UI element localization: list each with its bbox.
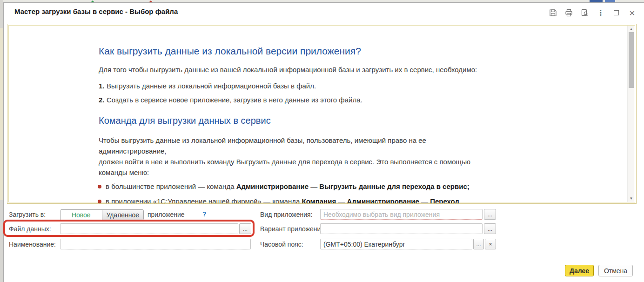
maximize-box: [614, 10, 619, 15]
wizard-dialog: Мастер загрузки базы в сервис - Выбор фа…: [3, 2, 644, 282]
dialog-titlebar: Мастер загрузки базы в сервис - Выбор фа…: [4, 3, 644, 23]
toggle-remote-button[interactable]: Удаленное: [102, 210, 144, 220]
load-to-toggle: Новое Удаленное: [60, 209, 144, 220]
name-input[interactable]: [60, 239, 251, 249]
numbered-item: 2. Создать в сервисе новое приложение, з…: [99, 96, 362, 104]
print-icon[interactable]: [564, 8, 573, 17]
help-link[interactable]: ?: [202, 210, 207, 218]
screen: Мастер загрузки базы в сервис - Выбор фа…: [0, 0, 644, 282]
heading-how-to-export: Как выгрузить данные из локальной версии…: [99, 46, 361, 57]
item-text: Создать в сервисе новое приложение, загр…: [107, 96, 362, 104]
command-paragraph: Чтобы выгрузить данные из локальной инфо…: [99, 135, 470, 178]
bullet-text: в приложении «1С:Управление нашей фирмой…: [106, 196, 459, 204]
maximize-icon[interactable]: [612, 8, 621, 17]
data-file-input[interactable]: [60, 223, 238, 234]
load-to-label: Загрузить в:: [9, 211, 46, 218]
bullet-item: в большинстве приложений — команда Админ…: [99, 181, 470, 192]
app-kind-label: Вид приложения:: [260, 211, 313, 218]
scroll-down-icon[interactable]: ▼: [628, 196, 635, 201]
item-text: Выгрузить данные из локальной информацио…: [107, 82, 316, 90]
scrollbar-thumb[interactable]: [629, 32, 634, 88]
content-scrollbar[interactable]: ▲ ▼: [627, 26, 634, 202]
timezone-input[interactable]: [320, 239, 472, 249]
paragraph-line: Чтобы выгрузить данные из локальной инфо…: [99, 135, 470, 146]
background-left-strip: [0, 0, 3, 282]
app-variant-browse-button[interactable]: ...: [484, 223, 496, 234]
preview-search-icon[interactable]: [580, 8, 589, 17]
bullet-item: в приложении «1С:Управление нашей фирмой…: [99, 196, 470, 204]
numbered-item: 1. Выгрузить данные из локальной информа…: [99, 82, 316, 90]
app-kind-input[interactable]: [320, 209, 483, 220]
bullet-list: в большинстве приложений — команда Админ…: [99, 181, 470, 204]
name-label: Наименование:: [9, 241, 56, 248]
form-area: Загрузить в: Новое Удаленное приложение …: [4, 204, 644, 264]
bullet-icon: [98, 185, 101, 188]
timezone-clear-button[interactable]: ×: [485, 239, 496, 249]
heading-export-command: Команда для выгрузки данных в сервис: [99, 115, 271, 126]
cancel-button[interactable]: Отмена: [598, 265, 633, 276]
scroll-up-icon[interactable]: ▲: [628, 27, 635, 31]
close-icon[interactable]: ×: [628, 8, 637, 17]
app-variant-label: Вариант приложения:: [260, 225, 326, 233]
load-to-suffix: приложение: [148, 211, 185, 218]
paragraph-line: должен войти в нее и выполнить команду В…: [99, 156, 470, 167]
titlebar-icons: ⋮ ×: [549, 8, 637, 17]
more-menu-icon[interactable]: ⋮: [596, 8, 605, 17]
item-number: 2.: [99, 96, 107, 104]
timezone-browse-button[interactable]: ...: [473, 239, 484, 249]
app-kind-browse-button[interactable]: ...: [484, 209, 496, 220]
data-file-label: Файл данных:: [9, 225, 51, 233]
data-file-browse-button[interactable]: ...: [239, 223, 251, 234]
next-button[interactable]: Далее: [565, 265, 594, 276]
bullet-icon: [98, 200, 101, 203]
timezone-label: Часовой пояс:: [260, 241, 303, 248]
paragraph-line: администрирование,: [99, 146, 470, 156]
app-variant-input[interactable]: [320, 223, 483, 234]
instructions-panel: Как выгрузить данные из локальной версии…: [7, 24, 637, 204]
item-number: 1.: [99, 82, 107, 90]
bullet-text: в большинстве приложений — команда Админ…: [106, 181, 470, 192]
paragraph-line: команды меню:: [99, 167, 470, 178]
intro-paragraph: Для того чтобы выгрузить данные из вашей…: [99, 66, 477, 74]
toggle-new-button[interactable]: Новое: [60, 210, 102, 220]
background-left-panel: [0, 28, 3, 200]
save-icon[interactable]: [549, 8, 557, 17]
dialog-title: Мастер загрузки базы в сервис - Выбор фа…: [14, 7, 178, 15]
